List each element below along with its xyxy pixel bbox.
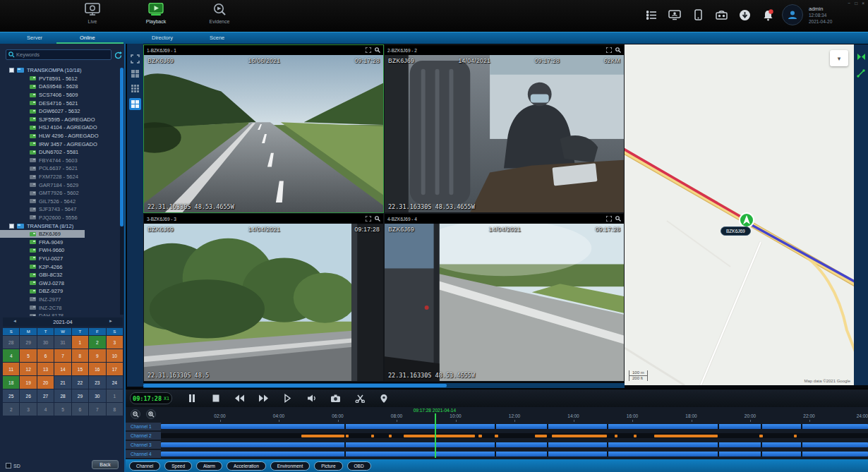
poi-button[interactable]	[378, 393, 389, 404]
grid-menu-icon[interactable]	[644, 8, 658, 22]
vehicle-item[interactable]: SJF3743 - 5647	[0, 205, 120, 214]
grid-4-icon[interactable]	[130, 68, 140, 79]
grid-4-active-icon[interactable]	[129, 98, 141, 110]
filter-obd-button[interactable]: OBD	[347, 461, 371, 471]
checkbox-icon[interactable]	[9, 68, 14, 73]
swap-view-icon[interactable]	[856, 52, 866, 61]
timeline-playhead[interactable]	[435, 413, 436, 458]
vehicle-item[interactable]: DGW6027 - 5632	[0, 107, 120, 116]
calendar-day[interactable]: 28	[54, 389, 71, 402]
back-button[interactable]: Back	[92, 460, 119, 469]
calendar-day[interactable]: 29	[20, 336, 36, 349]
calendar-day[interactable]: 4	[3, 349, 19, 362]
vehicle-item[interactable]: INZ-2977	[0, 296, 120, 304]
calendar-day[interactable]: 13	[37, 363, 54, 375]
calendar-next-icon[interactable]: ►	[109, 319, 113, 323]
clip-button[interactable]	[354, 393, 365, 404]
calendar-day[interactable]: 7	[54, 349, 71, 362]
fullscreen-icon[interactable]	[606, 216, 612, 222]
snapshot-button[interactable]	[330, 393, 341, 404]
tab-online[interactable]: Online	[80, 35, 95, 41]
nav-playback-button[interactable]: Playback	[134, 2, 178, 24]
video-channel-1[interactable]: 1-BZK6J69 - 1	[143, 44, 384, 213]
calendar-day[interactable]: 1	[107, 389, 123, 402]
fullscreen-icon[interactable]	[366, 47, 371, 53]
calendar-day[interactable]: 25	[3, 389, 19, 402]
calendar-day[interactable]: 16	[89, 363, 105, 375]
nav-evidence-button[interactable]: Evidence	[198, 2, 241, 24]
fullscreen-icon[interactable]	[606, 47, 612, 53]
vehicle-item[interactable]: IRW 3457 - AGREGADO	[0, 140, 120, 148]
calendar-day[interactable]: 23	[89, 376, 105, 389]
vehicle-item[interactable]: GAR7184 - 5629	[0, 181, 120, 189]
vehicle-item[interactable]: POL6637 - 5621	[0, 164, 120, 173]
calendar-day[interactable]: 26	[20, 389, 36, 402]
zoom-icon[interactable]	[375, 47, 380, 53]
vehicle-item[interactable]: HSJ 4104 - AGREGADO	[0, 123, 120, 132]
vehicle-item[interactable]: DAH-8178	[0, 312, 120, 316]
video-channel-4[interactable]: 4-BZK6J69 - 4 BZK6J	[384, 213, 625, 382]
calendar-day[interactable]: 18	[3, 376, 19, 389]
calendar-day[interactable]: 2	[89, 336, 105, 349]
zoom-in-button[interactable]	[146, 409, 156, 419]
filter-picture-button[interactable]: Picture	[314, 461, 342, 471]
tree-group[interactable]: TRANSRETA (8/12)	[0, 222, 120, 230]
fullscreen-icon[interactable]	[366, 216, 371, 222]
vehicle-item[interactable]: FWH-9660	[0, 246, 120, 255]
vehicle-item[interactable]: GWJ-0278	[0, 279, 120, 287]
vehicle-item[interactable]: FXM7228 - 5624	[0, 173, 120, 181]
zoom-icon[interactable]	[615, 216, 621, 222]
vehicle-item[interactable]: FBY4744 - 5603	[0, 157, 120, 165]
calendar-prev-icon[interactable]: ◄	[13, 319, 17, 323]
vehicle-item[interactable]: DUN6702 - 5581	[0, 148, 120, 157]
frame-step-button[interactable]	[282, 393, 293, 404]
vehicle-item[interactable]: HLW 4296 - AGREGADO	[0, 132, 120, 140]
calendar-day[interactable]: 30	[89, 389, 105, 402]
timeline-track[interactable]	[161, 423, 868, 430]
calendar-day[interactable]: 17	[107, 363, 123, 375]
calendar-day[interactable]: 4	[37, 403, 54, 416]
timeline-ruler[interactable]: 02:0004:0006:0008:0010:0012:0014:0016:00…	[161, 413, 868, 422]
filter-alarm-button[interactable]: Alarm	[196, 461, 222, 471]
vehicle-item[interactable]: K2P-4266	[0, 262, 120, 271]
calendar-day[interactable]: 3	[20, 403, 36, 416]
calendar-day[interactable]: 14	[54, 363, 71, 375]
calendar-day[interactable]: 19	[20, 376, 36, 389]
calendar-day[interactable]: 27	[37, 389, 54, 402]
calendar-day[interactable]: 22	[72, 376, 88, 389]
calendar-day[interactable]: 5	[20, 349, 36, 362]
vehicle-item[interactable]: DES4716 - 5621	[0, 99, 120, 107]
calendar-day[interactable]: 3	[107, 336, 123, 349]
tree-group[interactable]: TRANSKOMPA (10/18)	[0, 66, 120, 75]
volume-button[interactable]	[306, 393, 317, 404]
calendar-day[interactable]: 31	[54, 336, 71, 349]
calendar-day[interactable]: 9	[89, 349, 105, 362]
user-avatar[interactable]	[782, 4, 803, 25]
calendar-day[interactable]: 29	[72, 389, 88, 402]
calendar-day[interactable]: 15	[72, 363, 88, 375]
zoom-out-button[interactable]	[131, 409, 140, 419]
timeline-track[interactable]	[161, 432, 868, 439]
vehicle-item[interactable]: DAS9548 - 5628	[0, 83, 120, 91]
download-icon[interactable]	[737, 8, 752, 22]
checkbox-icon[interactable]	[9, 224, 14, 229]
vehicle-item[interactable]: BZK6J69	[0, 230, 85, 238]
phone-icon[interactable]	[691, 8, 705, 22]
tab-server[interactable]: Server	[27, 35, 42, 41]
vehicle-item[interactable]: INZ-2C78	[0, 303, 120, 312]
filter-acceleration-button[interactable]: Acceleration	[227, 461, 266, 471]
calendar-day[interactable]: 6	[37, 349, 54, 362]
rewind-button[interactable]	[234, 393, 245, 404]
calendar-day[interactable]: 6	[72, 403, 88, 416]
filter-environment-button[interactable]: Environment	[270, 461, 311, 471]
tab-scene[interactable]: Scene	[210, 35, 224, 41]
filter-channel-button[interactable]: Channel	[129, 461, 160, 471]
grid-9-icon[interactable]	[130, 83, 140, 94]
close-button[interactable]: ×	[862, 1, 864, 6]
map-layers-button[interactable]: ▾	[830, 50, 848, 66]
video-hscrollbar-thumb[interactable]	[143, 384, 447, 387]
pause-button[interactable]	[186, 393, 197, 404]
video-channel-3[interactable]: 3-BZK6J69 - 3	[143, 213, 384, 382]
video-channel-2[interactable]: 2-BZK6J69 - 2	[384, 44, 625, 213]
calendar-day[interactable]: 12	[20, 363, 36, 375]
